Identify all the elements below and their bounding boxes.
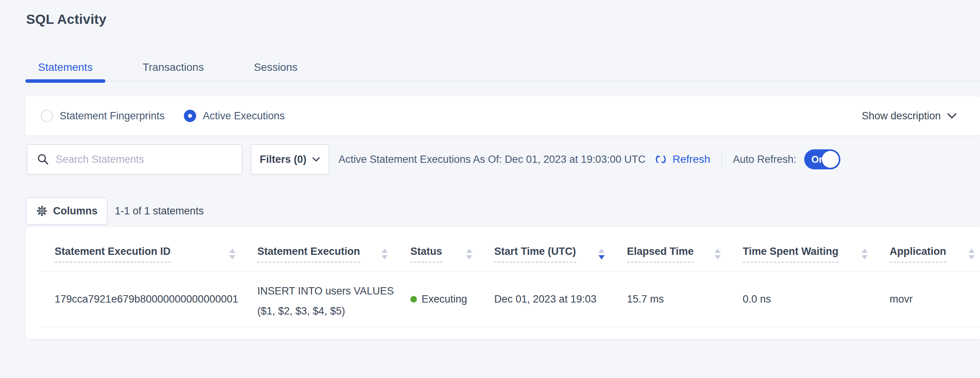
radio-selected-icon <box>184 110 196 122</box>
refresh-button[interactable]: Refresh <box>654 152 710 166</box>
radio-label: Active Executions <box>203 110 285 122</box>
tab-transactions[interactable]: Transactions <box>130 54 217 81</box>
column-header-elapsed-time[interactable]: Elapsed Time <box>627 246 694 263</box>
table-row-divider <box>42 327 980 327</box>
sql-line: ($1, $2, $3, $4, $5) <box>257 301 394 321</box>
status-label: Executing <box>422 293 467 305</box>
cell-elapsed-time: 15.7 ms <box>627 293 664 305</box>
filters-label: Filters (0) <box>260 154 307 166</box>
cell-statement-execution-id: 179cca7921e679b80000000000000001 <box>55 293 238 305</box>
toggle-knob <box>822 151 839 168</box>
cell-application: movr <box>890 293 913 305</box>
auto-refresh-toggle[interactable]: On <box>804 149 840 169</box>
column-header-start-time[interactable]: Start Time (UTC) <box>494 246 576 263</box>
auto-refresh-label: Auto Refresh: <box>733 154 796 166</box>
chevron-down-icon <box>947 113 957 119</box>
sort-icon[interactable] <box>715 249 721 259</box>
view-mode-card: Statement Fingerprints Active Executions… <box>25 96 980 135</box>
table-toolbar: Columns 1-1 of 1 statements <box>26 197 204 224</box>
sort-icon-active-desc[interactable] <box>598 249 605 259</box>
radio-active-executions[interactable]: Active Executions <box>184 110 285 122</box>
column-header-application[interactable]: Application <box>890 246 946 263</box>
search-box <box>27 144 242 174</box>
radio-unselected-icon <box>41 110 53 122</box>
gear-icon <box>36 205 48 217</box>
cell-time-spent-waiting: 0.0 ns <box>743 293 771 305</box>
tab-sessions[interactable]: Sessions <box>241 54 310 81</box>
page-title: SQL Activity <box>26 12 107 27</box>
sort-icon[interactable] <box>382 249 388 259</box>
show-description-toggle[interactable]: Show description <box>862 110 957 122</box>
cell-statement-execution: INSERT INTO users VALUES ($1, $2, $3, $4… <box>257 281 394 321</box>
refresh-icon <box>654 152 668 166</box>
tab-statements[interactable]: Statements <box>25 54 105 81</box>
vertical-divider <box>722 149 722 170</box>
sort-icon[interactable] <box>466 249 472 259</box>
column-header-status[interactable]: Status <box>410 246 442 263</box>
table-header-divider <box>42 271 980 271</box>
cell-start-time: Dec 01, 2023 at 19:03 <box>494 293 597 305</box>
column-header-statement-execution-id[interactable]: Statement Execution ID <box>55 246 171 263</box>
chevron-down-icon <box>312 157 320 162</box>
sort-icon[interactable] <box>229 249 235 259</box>
as-of-timestamp: Active Statement Executions As Of: Dec 0… <box>338 154 645 166</box>
search-input[interactable] <box>56 154 234 166</box>
statements-table: Statement Execution ID Statement Executi… <box>25 227 980 339</box>
result-count: 1-1 of 1 statements <box>115 205 204 217</box>
cell-status: Executing <box>410 293 467 305</box>
search-icon <box>37 153 49 166</box>
sort-icon[interactable] <box>968 249 975 259</box>
filters-button[interactable]: Filters (0) <box>251 144 329 174</box>
controls-row: Filters (0) Active Statement Executions … <box>27 144 840 174</box>
status-dot-icon <box>410 296 417 303</box>
radio-statement-fingerprints[interactable]: Statement Fingerprints <box>41 110 165 122</box>
show-description-label: Show description <box>862 110 941 122</box>
radio-label: Statement Fingerprints <box>60 110 165 122</box>
sql-activity-tabbar: Statements Transactions Sessions <box>25 54 980 82</box>
columns-label: Columns <box>53 205 98 217</box>
column-header-time-spent-waiting[interactable]: Time Spent Waiting <box>743 246 838 263</box>
columns-button[interactable]: Columns <box>26 197 107 224</box>
sort-icon[interactable] <box>862 249 868 259</box>
column-header-statement-execution[interactable]: Statement Execution <box>257 246 360 263</box>
refresh-label: Refresh <box>672 153 710 166</box>
sql-line: INSERT INTO users VALUES <box>257 281 394 301</box>
